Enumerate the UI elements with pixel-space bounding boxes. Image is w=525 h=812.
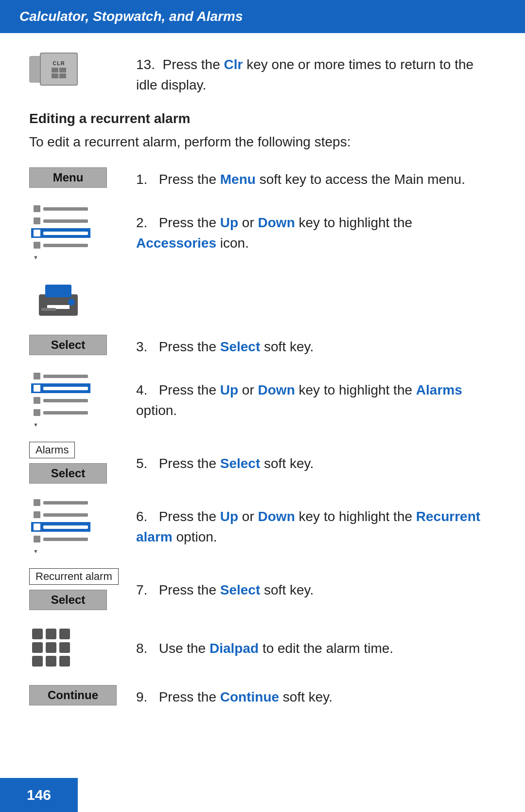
- step-4-number: 4. Press the: [136, 382, 220, 397]
- menu-softkey-icon-area: Menu: [29, 167, 136, 188]
- step-4-or: or: [238, 382, 258, 397]
- menu-line: [43, 375, 88, 378]
- dialpad-key-2: [46, 629, 56, 639]
- step-4-mid: key to highlight the: [295, 382, 416, 397]
- printer-icon: [29, 274, 88, 323]
- printer-row-text: [136, 274, 496, 276]
- menu-line: [43, 513, 88, 517]
- up-key-ref-6: Up: [220, 509, 238, 524]
- section-heading: Editing a recurrent alarm: [29, 111, 496, 126]
- down-key-ref: Down: [258, 215, 295, 230]
- accessories-ref: Accessories: [136, 235, 216, 251]
- menu-line: [43, 219, 88, 223]
- svg-point-3: [68, 299, 75, 306]
- menu-row-3-highlighted: [31, 228, 90, 238]
- menu-row-1: [31, 204, 90, 214]
- step-2-or: or: [238, 215, 258, 230]
- step-6-number: 6. Press the: [136, 509, 220, 524]
- step-6-mid: key to highlight the: [295, 509, 416, 524]
- svg-rect-1: [45, 285, 71, 297]
- menu-dot: [34, 385, 40, 392]
- menu-hint: ▼: [31, 254, 90, 260]
- clr-cell: [59, 68, 66, 72]
- step-3-number: 3. Press the: [136, 339, 220, 354]
- accessories-printer-row: [29, 274, 496, 323]
- step-7-rest: soft key.: [260, 582, 314, 597]
- menu-dot: [34, 373, 40, 379]
- step-13: CLR 13. Press the Clr key one or more ti…: [29, 53, 496, 95]
- step-8: 8. Use the Dialpad to edit the alarm tim…: [29, 626, 496, 669]
- menu-row-6-1: [31, 498, 90, 507]
- select-softkey-button-7[interactable]: Select: [29, 590, 107, 610]
- step-13-number: 13. Press the: [136, 57, 224, 72]
- dialpad-key-1: [32, 629, 43, 639]
- clr-cell: [59, 73, 66, 78]
- step-4-end: option.: [136, 403, 177, 418]
- select-softkey-icon-area-3: Select: [29, 335, 136, 355]
- dialpad-icon-area: [29, 626, 136, 669]
- menu-line: [43, 387, 88, 390]
- menu-line: [43, 501, 88, 505]
- step-2-text: 2. Press the Up or Down key to highlight…: [136, 211, 496, 253]
- menu-dot: [34, 397, 40, 404]
- step-4: ▼ 4. Press the Up or Down key to highlig…: [29, 373, 496, 426]
- step-1-text: 1. Press the Menu soft key to access the…: [136, 167, 496, 190]
- step-7-text: 7. Press the Select soft key.: [136, 578, 496, 600]
- continue-softkey-icon-area: Continue: [29, 685, 136, 705]
- menu-row-6-3-highlighted: [31, 522, 90, 532]
- menu-row-2: [31, 216, 90, 226]
- clr-cell: [52, 73, 58, 78]
- menu-line: [43, 538, 88, 541]
- accessories-icon-area: ▼: [29, 205, 136, 259]
- continue-softkey-button[interactable]: Continue: [29, 685, 117, 705]
- menu-key-ref: Menu: [220, 172, 256, 187]
- step-13-text: 13. Press the Clr key one or more times …: [136, 53, 496, 95]
- step-2: ▼ 2. Press the Up or Down key to highlig…: [29, 205, 496, 259]
- step-1-rest: soft key to access the Main menu.: [256, 172, 465, 187]
- dialpad-key-9: [59, 656, 70, 667]
- dialpad-key-5: [46, 642, 56, 653]
- menu-softkey-button[interactable]: Menu: [29, 167, 107, 188]
- page-number: 146: [27, 787, 51, 803]
- step-7: Recurrent alarm Select 7. Press the Sele…: [29, 568, 496, 610]
- step-1: Menu 1. Press the Menu soft key to acces…: [29, 167, 496, 190]
- step-6: ▼ 6. Press the Up or Down key to highlig…: [29, 499, 496, 553]
- step-7-icon-stack: Recurrent alarm Select: [29, 568, 136, 610]
- menu-dot: [34, 217, 40, 224]
- page-header: Calculator, Stopwatch, and Alarms: [0, 0, 525, 33]
- menu-row-4-3: [31, 396, 90, 405]
- clr-key-icon-area: CLR: [29, 53, 136, 86]
- menu-list-icon: ▼: [29, 205, 92, 259]
- step-9-number: 9. Press the: [136, 689, 220, 704]
- step-5-number: 5. Press the: [136, 456, 220, 471]
- printer-svg: [36, 280, 80, 318]
- menu-row-6-2: [31, 510, 90, 520]
- step-6-or: or: [238, 509, 258, 524]
- menu-line: [43, 411, 88, 415]
- clr-key-ref: Clr: [224, 57, 243, 72]
- select-softkey-button-5[interactable]: Select: [29, 463, 107, 484]
- menu-dot: [34, 523, 40, 530]
- step-5: Alarms Select 5. Press the Select soft k…: [29, 442, 496, 484]
- step-9-rest: soft key.: [279, 689, 332, 704]
- step-8-number: 8. Use the: [136, 641, 210, 656]
- menu-hint-6: ▼: [31, 548, 90, 554]
- printer-icon-area: [29, 274, 136, 323]
- step-2-number: 2. Press the: [136, 215, 220, 230]
- up-key-ref: Up: [220, 215, 238, 230]
- select-softkey-button-3[interactable]: Select: [29, 335, 107, 355]
- dialpad-key-6: [59, 642, 70, 653]
- menu-dot: [34, 499, 40, 506]
- dialpad-key-7: [32, 656, 43, 667]
- down-key-ref-6: Down: [258, 509, 295, 524]
- clr-cell: [52, 68, 58, 72]
- select-key-ref-5: Select: [220, 456, 261, 471]
- continue-key-ref: Continue: [220, 689, 279, 704]
- step-4-text: 4. Press the Up or Down key to highlight…: [136, 378, 496, 421]
- step-4-icon-area: ▼: [29, 373, 136, 426]
- clr-icon: CLR: [29, 53, 78, 86]
- alarms-label-box: Alarms: [29, 442, 75, 458]
- menu-dot: [34, 536, 40, 542]
- menu-line: [43, 399, 88, 402]
- menu-dot: [34, 409, 40, 416]
